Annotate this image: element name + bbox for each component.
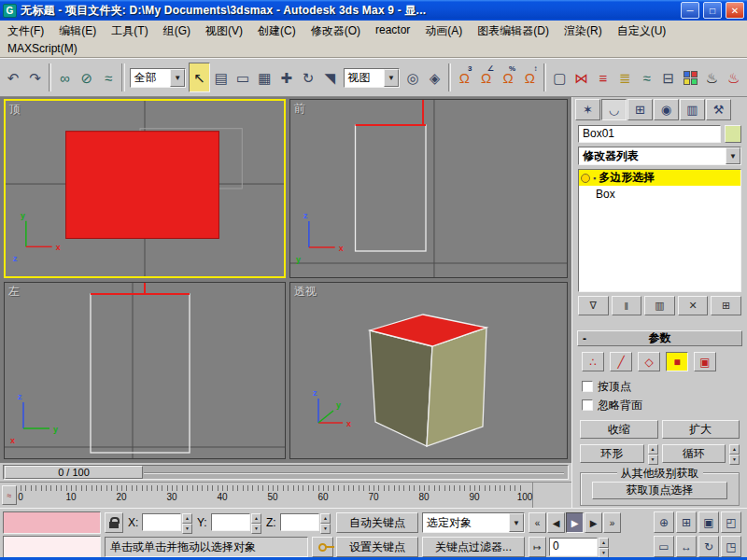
time-slider-track[interactable]: 0 / 100 [3,465,569,480]
menu-tools[interactable]: 工具(T) [104,21,155,39]
spin-up-icon[interactable]: ▲ [182,513,192,524]
stack-item-box[interactable]: Box [579,186,740,202]
mirror-button[interactable]: ⋈ [571,63,591,92]
spin-up-icon[interactable]: ▲ [251,513,261,524]
min-max-toggle-button[interactable]: ◳ [721,536,741,557]
grow-button[interactable]: 扩大 [662,420,740,439]
play-button[interactable]: ▶ [566,512,584,533]
window-crossing-button[interactable]: ▦ [254,63,275,92]
current-frame-field[interactable]: 0 [549,538,598,556]
arc-rotate-button[interactable]: ↻ [698,536,719,557]
menu-edit[interactable]: 编辑(E) [51,21,104,39]
redo-button[interactable]: ↷ [24,63,45,92]
visibility-bulb-icon[interactable] [581,174,590,183]
zoom-region-button[interactable]: ▭ [654,536,674,557]
x-spinner[interactable]: ▲▼ [182,513,192,531]
render-setup-button[interactable]: ♨ [701,63,722,92]
select-by-name-button[interactable]: ▤ [211,63,232,92]
maxscript-mini-listener[interactable] [3,536,101,558]
spin-down-icon[interactable]: ▼ [251,524,261,534]
zoom-button[interactable]: ⊕ [654,511,674,533]
edge-subobject-button[interactable]: ╱ [610,352,632,371]
key-mode-toggle-button[interactable]: ↦ [529,537,546,557]
select-and-scale-button[interactable]: ◥ [319,63,340,92]
chevron-down-icon[interactable]: ▼ [509,513,524,532]
y-spinner[interactable]: ▲▼ [251,513,261,531]
border-subobject-button[interactable]: ◇ [638,352,660,371]
go-to-end-button[interactable]: » [603,512,621,533]
set-keys-button[interactable] [312,537,333,557]
vertex-subobject-button[interactable]: ∴ [582,352,604,371]
modifier-list-dropdown[interactable]: 修改器列表 ▼ [578,147,741,165]
ring-button[interactable]: 环形 [580,444,644,463]
stack-item-poly-select[interactable]: ▪ 多边形选择 [579,170,740,186]
menu-rendering[interactable]: 渲染(R) [557,21,610,39]
select-object-button[interactable]: ↖ [189,63,209,92]
menu-animation[interactable]: 动画(A) [417,21,470,39]
app-icon[interactable]: G [3,4,17,18]
remove-modifier-button[interactable]: ✕ [678,296,709,315]
spin-down-icon[interactable]: ▼ [729,455,740,465]
viewport-front-label[interactable]: 前 [294,101,305,117]
go-to-start-button[interactable]: « [529,512,546,533]
viewport-perspective-label[interactable]: 透视 [294,284,317,300]
element-subobject-button[interactable]: ▣ [694,352,716,371]
viewport-top[interactable]: y x z 顶 [4,99,286,278]
unlink-selection-button[interactable]: ⊘ [77,63,97,92]
spin-down-icon[interactable]: ▼ [320,524,331,534]
viewport-front[interactable]: z x y 前 [289,99,568,278]
spinner-snap-button[interactable]: Ω↕ [519,63,540,92]
zoom-extents-all-button[interactable]: ◰ [721,511,741,533]
align-button[interactable]: ≡ [593,63,613,92]
menu-customize[interactable]: 自定义(U) [610,21,674,39]
tab-modify[interactable]: ◡ [601,99,627,120]
box-wireframe[interactable] [91,294,190,453]
viewport-left-label[interactable]: 左 [8,284,20,300]
ring-spinner[interactable]: ▲▼ [648,444,658,463]
menu-create[interactable]: 创建(C) [250,21,303,39]
tab-motion[interactable]: ◉ [654,99,679,120]
selection-lock-button[interactable] [105,512,123,533]
minimize-button[interactable]: ─ [681,2,699,19]
time-slider-thumb[interactable]: 0 / 100 [5,466,143,479]
object-color-swatch[interactable] [725,125,741,143]
track-bar[interactable]: ≈ 0 10 20 30 40 50 60 70 80 90 100 [0,482,571,508]
parameters-rollout-header[interactable]: - 参数 [577,330,742,346]
close-button[interactable]: ✕ [726,2,744,19]
menu-group[interactable]: 组(G) [156,21,198,39]
show-end-result-button[interactable]: ‖ [612,296,642,315]
make-unique-button[interactable]: ▥ [644,296,675,315]
menu-reactor[interactable]: reactor [368,21,417,39]
spin-up-icon[interactable]: ▲ [599,538,609,548]
select-and-manipulate-button[interactable]: ◈ [424,63,444,92]
undo-button[interactable]: ↶ [3,63,23,92]
menu-graph-editors[interactable]: 图表编辑器(D) [470,21,557,39]
pin-stack-button[interactable]: ∇ [578,296,609,315]
percent-snap-button[interactable]: Ω% [498,63,518,92]
rect-selection-region-button[interactable]: ▭ [233,63,253,92]
viewport-top-label[interactable]: 顶 [9,102,21,118]
y-coordinate-field[interactable] [211,513,250,531]
shrink-button[interactable]: 收缩 [580,420,658,439]
next-frame-button[interactable]: ▶ [585,512,602,533]
viewport-perspective[interactable]: z x y 透视 [289,282,568,459]
selection-filter-dropdown[interactable]: 全部 ▼ [130,68,187,88]
viewport-left[interactable]: z y x 左 [4,282,286,459]
chevron-down-icon[interactable]: ▼ [170,69,185,87]
spin-up-icon[interactable]: ▲ [320,513,331,524]
zoom-extents-button[interactable]: ▣ [698,511,719,533]
quick-render-button[interactable]: ♨ [724,63,744,92]
box-top-face-selected[interactable] [66,132,219,239]
schematic-view-button[interactable]: ⊟ [658,63,679,92]
loop-button[interactable]: 循环 [662,444,726,463]
x-coordinate-field[interactable] [142,513,181,531]
chevron-down-icon[interactable]: ▼ [726,147,740,164]
snap-toggle-button[interactable]: Ω3 [454,63,474,92]
use-pivot-center-button[interactable]: ◎ [402,63,423,92]
frame-spinner[interactable]: ▲▼ [599,538,609,556]
checkbox-box[interactable] [582,399,593,411]
spin-down-icon[interactable]: ▼ [182,524,192,534]
angle-snap-button[interactable]: Ω∠ [476,63,497,92]
menu-maxscript[interactable]: MAXScript(M) [0,39,85,58]
previous-frame-button[interactable]: ◀ [547,512,565,533]
